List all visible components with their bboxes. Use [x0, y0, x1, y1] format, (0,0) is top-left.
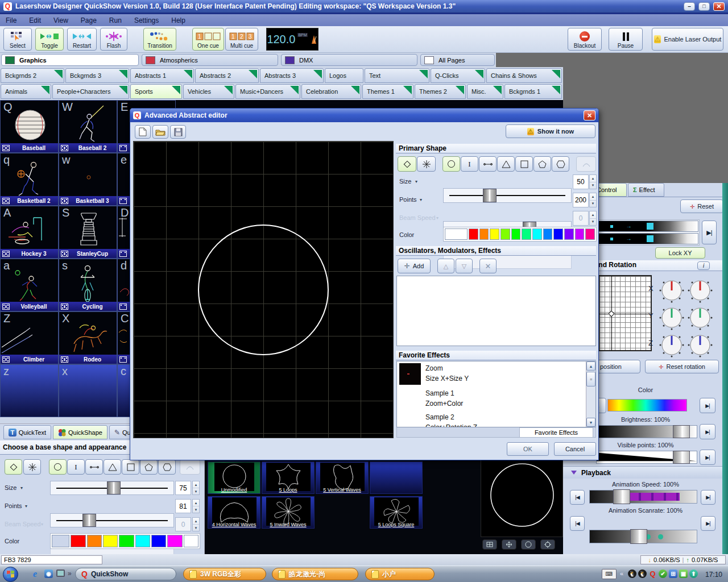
- qs-shape-pentagon-button[interactable]: [140, 459, 158, 475]
- cue-cell-basketball-2[interactable]: q Basketball 2: [0, 153, 59, 206]
- hue-slider[interactable]: [607, 399, 687, 411]
- mode-beams-button[interactable]: [417, 156, 436, 172]
- y-rotation-knob[interactable]: [687, 305, 713, 331]
- network-tray-icon[interactable]: ⊞: [669, 569, 677, 578]
- shield-tray-icon[interactable]: ✔: [659, 569, 667, 578]
- favorite-item-sample-1[interactable]: Sample 1Zoom+Color: [397, 386, 595, 410]
- add-effect-button[interactable]: ✛Add: [398, 259, 431, 273]
- new-file-button[interactable]: [135, 125, 151, 139]
- page-tab-animals[interactable]: Animals: [1, 84, 51, 99]
- size-value[interactable]: 50: [573, 174, 589, 189]
- qs-swatch[interactable]: [119, 535, 134, 547]
- speed-handle[interactable]: [613, 489, 630, 504]
- flash-button[interactable]: Flash: [100, 28, 127, 51]
- z-rotation-knob[interactable]: [687, 332, 713, 358]
- swatch[interactable]: [500, 228, 510, 240]
- scroll-up-button[interactable]: ▲: [586, 361, 595, 371]
- cue-cell-z-empty[interactable]: z: [0, 364, 59, 417]
- select-button[interactable]: Select: [3, 28, 32, 51]
- page-tab-abstracts-1[interactable]: Abstracts 1: [130, 68, 194, 83]
- xy-step-button[interactable]: ▶|: [702, 221, 717, 244]
- qs-size-spinner[interactable]: ▲▼: [192, 481, 200, 495]
- page-tab-text[interactable]: Text: [365, 68, 429, 83]
- qs-shape-custom-button[interactable]: [180, 459, 200, 475]
- cue-cell-rodeo[interactable]: X Rodeo: [59, 311, 117, 364]
- cue-cell-hockey-3[interactable]: A Hockey 3: [0, 206, 59, 259]
- swatch[interactable]: [543, 228, 553, 240]
- swatch[interactable]: [490, 228, 499, 240]
- swatch-selected-white[interactable]: [445, 228, 468, 240]
- menu-file[interactable]: File: [6, 16, 16, 24]
- input-keyboard-tray-icon[interactable]: ⌨: [602, 569, 617, 579]
- shape-circle-button[interactable]: [442, 156, 460, 172]
- tab-quicktext[interactable]: TQuickText: [3, 425, 51, 439]
- menu-help[interactable]: Help: [171, 16, 185, 24]
- qs-shape-triangle-button[interactable]: [104, 459, 121, 475]
- cue-cell-baseball-2[interactable]: W Baseball 2: [59, 100, 117, 153]
- qs-mode-abstract-button[interactable]: [5, 459, 22, 475]
- points-spinner[interactable]: ▲▼: [589, 193, 597, 207]
- favorites-tab[interactable]: Favorite Effects: [519, 427, 593, 437]
- animation-scanrate-slider[interactable]: [589, 530, 697, 543]
- qs-swatch[interactable]: [71, 535, 85, 547]
- delete-effect-button[interactable]: ✕: [479, 259, 497, 273]
- swatch[interactable]: [575, 228, 585, 240]
- swatch[interactable]: [479, 228, 489, 240]
- cue-cell-climber[interactable]: Z Climber: [0, 311, 59, 364]
- x-rotation-knob[interactable]: [687, 277, 713, 304]
- one-cue-button[interactable]: 1 One cue: [192, 28, 224, 51]
- size-handle[interactable]: [483, 189, 497, 202]
- scanrate-handle[interactable]: [630, 529, 647, 544]
- move-button[interactable]: [502, 539, 516, 550]
- category-tab-graphics[interactable]: Graphics: [1, 54, 139, 66]
- q-tray-icon[interactable]: Q: [648, 569, 657, 578]
- ie-quicklaunch-icon[interactable]: e: [33, 569, 37, 579]
- speed-step-end-button[interactable]: ▶|: [701, 490, 715, 505]
- qs-shape-hline-button[interactable]: [85, 459, 103, 475]
- restart-button[interactable]: Restart: [67, 28, 97, 51]
- toggle-button[interactable]: Toggle: [35, 28, 64, 51]
- animation-speed-slider[interactable]: [589, 490, 697, 504]
- taskbar-button-quickshow[interactable]: QQuickShow: [75, 568, 176, 580]
- z-position-knob[interactable]: [659, 332, 685, 358]
- page-tab-vehicles[interactable]: Vehicles: [183, 84, 234, 99]
- open-file-button[interactable]: [152, 125, 168, 139]
- shape-hexagon-button[interactable]: [552, 156, 569, 172]
- visible-points-slider[interactable]: [596, 451, 697, 464]
- cue-cell-basketball-3[interactable]: w Basketball 3: [59, 153, 117, 206]
- spin-up-icon[interactable]: ▲: [590, 193, 596, 201]
- menu-run[interactable]: Run: [109, 16, 122, 24]
- qs-swatch[interactable]: [87, 535, 102, 547]
- dialog-close-button[interactable]: ✕: [584, 110, 595, 120]
- speed-step-start-button[interactable]: |◀: [570, 490, 585, 505]
- swatch[interactable]: [564, 228, 574, 240]
- mode-abstract-button[interactable]: [398, 156, 416, 172]
- cue-cell-volleyball[interactable]: a Volleyball: [0, 259, 59, 311]
- qs-size-handle[interactable]: [107, 481, 121, 494]
- gallery-thumb-5-vertical-waves[interactable]: 5 Vertical Waves: [316, 462, 369, 494]
- multi-cue-button[interactable]: 123 Multi cue: [225, 28, 258, 51]
- qs-shape-square-button[interactable]: [122, 459, 139, 475]
- page-tab-misc[interactable]: Misc.: [467, 84, 503, 99]
- spin-up-icon[interactable]: ▲: [193, 481, 199, 488]
- size-slider[interactable]: [443, 188, 572, 203]
- page-tab-bckgrnds-1[interactable]: Bckgrnds 1: [504, 84, 562, 99]
- dialog-title-bar[interactable]: Q Advanced Abstract editor ✕: [130, 109, 598, 122]
- menu-edit[interactable]: Edit: [29, 16, 41, 24]
- qs-points-spinner[interactable]: ▲▼: [192, 499, 200, 513]
- cue-cell-baseball[interactable]: Q Baseball: [0, 100, 59, 153]
- brightness-step-button[interactable]: ▶|: [700, 424, 715, 439]
- swatch[interactable]: [532, 228, 542, 240]
- page-tab-celebration[interactable]: Celebration: [301, 84, 361, 99]
- category-tab-all-pages[interactable]: All Pages: [420, 54, 495, 66]
- tray-expand-chevron[interactable]: «: [620, 570, 623, 577]
- sync-tray-icon[interactable]: ▣: [679, 569, 688, 578]
- display-quicklaunch-icon[interactable]: [56, 569, 65, 577]
- page-tab-music-dancers[interactable]: Music+Dancers: [235, 84, 300, 99]
- tab-effect[interactable]: ΣEffect: [628, 183, 664, 197]
- circle-mask-button[interactable]: [521, 539, 536, 550]
- qs-mode-beams-button[interactable]: [23, 459, 41, 475]
- page-tab-abstracts-2[interactable]: Abstracts 2: [195, 68, 259, 83]
- qs-shape-vline-button[interactable]: I: [67, 459, 85, 475]
- qs-swatch[interactable]: [167, 535, 182, 547]
